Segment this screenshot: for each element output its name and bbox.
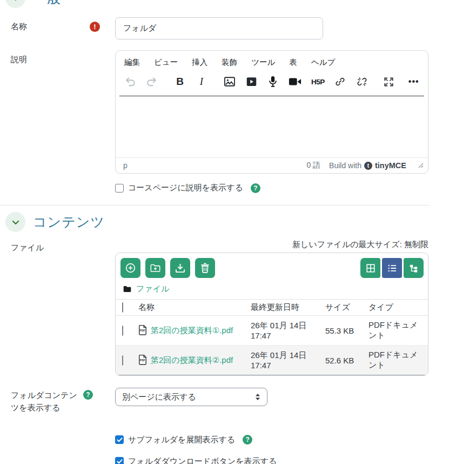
- file-size: 52.6 KB: [322, 346, 365, 375]
- expand-subfolders-label: サブフォルダを展開表示する: [128, 435, 235, 445]
- italic-icon[interactable]: I: [193, 73, 210, 90]
- add-file-icon: [125, 263, 136, 273]
- file-table-header-row: 名称 最終更新日時 サイズ タイプ: [116, 300, 428, 316]
- view-list-button[interactable]: [382, 258, 402, 278]
- name-label-cell: 名称 !: [0, 17, 115, 32]
- editor-content-area[interactable]: [116, 96, 428, 157]
- help-icon[interactable]: ?: [251, 183, 260, 193]
- grid-view-icon: [366, 263, 376, 273]
- tinymce-branding: Build with t tinyMCE: [329, 161, 406, 170]
- section-divider: [0, 205, 430, 206]
- section-general-header[interactable]: 一般: [0, 0, 430, 10]
- name-input[interactable]: [115, 17, 323, 39]
- show-download-button-label: フォルダダウンロードボタンを表示する: [128, 456, 277, 464]
- col-header-type[interactable]: タイプ: [365, 300, 428, 316]
- fullscreen-icon[interactable]: [381, 73, 397, 90]
- show-description-label: コースページに説明を表示する: [128, 183, 243, 193]
- image-icon[interactable]: [222, 73, 238, 90]
- row-checkbox[interactable]: [122, 326, 123, 336]
- more-toolbar-icon[interactable]: •••: [406, 73, 422, 90]
- show-download-button-checkbox[interactable]: [115, 457, 124, 464]
- check-icon: [117, 438, 123, 442]
- menu-help[interactable]: ヘルプ: [311, 57, 336, 68]
- name-label: 名称: [11, 22, 27, 31]
- files-label: ファイル: [11, 243, 44, 252]
- chevron-down-icon: [10, 217, 21, 228]
- file-table: 名称 最終更新日時 サイズ タイプ PDF第2回の授業資料①.pdf 26年 0…: [116, 299, 428, 375]
- svg-text:PDF: PDF: [140, 360, 145, 362]
- tree-view-icon: [409, 264, 419, 273]
- delete-button[interactable]: [195, 258, 215, 278]
- link-icon[interactable]: [332, 73, 348, 90]
- display-contents-select[interactable]: 別ページに表示する: [115, 388, 267, 406]
- collapse-toggle[interactable]: [5, 0, 25, 8]
- editor-statusbar: p 0 語 Build with t tinyMCE: [116, 157, 428, 173]
- table-row: PDF第2回の授業資料①.pdf 26年 01月 14日 17:47 55.3 …: [116, 316, 428, 346]
- svg-text:PDF: PDF: [140, 330, 145, 333]
- editor-toolbar: B I: [116, 71, 428, 96]
- media-icon[interactable]: [243, 73, 259, 90]
- chevron-down-icon: [10, 0, 21, 4]
- file-size: 55.3 KB: [322, 316, 365, 346]
- show-description-checkbox[interactable]: [115, 184, 124, 193]
- create-folder-button[interactable]: [145, 258, 165, 278]
- folder-plus-icon: [150, 263, 160, 273]
- col-header-size[interactable]: サイズ: [322, 300, 365, 316]
- view-tree-button[interactable]: [404, 258, 424, 278]
- file-link[interactable]: PDF第2回の授業資料①.pdf: [138, 326, 233, 335]
- word-count[interactable]: 0 語: [306, 161, 320, 170]
- list-view-icon: [387, 264, 397, 273]
- section-title-general: 一般: [33, 0, 61, 7]
- required-icon: !: [90, 22, 100, 32]
- menu-insert[interactable]: 挿入: [192, 57, 207, 68]
- file-modified: 26年 01月 14日 17:47: [247, 316, 322, 346]
- tinymce-editor: 編集 ビュー 挿入 装飾 ツール 表 ヘルプ: [115, 50, 428, 174]
- folder-settings-form: 一般 名称 ! 説明 編集 ビュー 挿入 装飾 ツール 表 ヘルプ: [0, 0, 430, 464]
- file-modified: 26年 01月 14日 17:47: [247, 346, 322, 375]
- resize-handle-icon[interactable]: [418, 163, 424, 168]
- breadcrumb-files-link[interactable]: ファイル: [136, 284, 169, 294]
- description-label: 説明: [11, 55, 27, 64]
- display-contents-label: フォルダコンテンツを表示する: [11, 389, 79, 414]
- section-title-contents: コンテンツ: [33, 213, 105, 231]
- help-icon[interactable]: ?: [83, 390, 93, 400]
- section-contents-header[interactable]: コンテンツ: [0, 210, 430, 234]
- file-manager-toolbar: [116, 253, 428, 282]
- add-file-button[interactable]: [120, 258, 140, 278]
- record-audio-icon[interactable]: [265, 73, 281, 90]
- redo-icon[interactable]: [144, 73, 160, 90]
- editor-menubar: 編集 ビュー 挿入 装飾 ツール 表 ヘルプ: [116, 51, 428, 71]
- select-all-checkbox[interactable]: [122, 302, 123, 313]
- element-path[interactable]: p: [123, 161, 306, 170]
- row-checkbox[interactable]: [122, 355, 123, 366]
- col-header-name[interactable]: 名称: [135, 300, 247, 316]
- breadcrumb: ファイル: [116, 282, 428, 299]
- file-link[interactable]: PDF第2回の授業資料②.pdf: [138, 355, 233, 364]
- max-file-size-text: 新しいファイルの最大サイズ: 無制限: [115, 238, 428, 250]
- undo-icon[interactable]: [122, 73, 138, 90]
- file-type: PDFドキュメント: [365, 316, 428, 346]
- download-all-button[interactable]: [170, 258, 190, 278]
- menu-tools[interactable]: ツール: [251, 57, 275, 68]
- download-icon: [175, 263, 185, 273]
- h5p-icon[interactable]: H5P: [309, 73, 327, 90]
- collapse-toggle[interactable]: [5, 212, 25, 232]
- record-video-icon[interactable]: [286, 73, 304, 90]
- unlink-icon[interactable]: [354, 73, 370, 90]
- view-grid-button[interactable]: [360, 258, 380, 278]
- col-header-modified[interactable]: 最終更新日時: [247, 300, 322, 316]
- pdf-file-icon: PDF: [138, 355, 147, 365]
- menu-format[interactable]: 装飾: [222, 57, 237, 68]
- expand-subfolders-checkbox[interactable]: [115, 435, 124, 444]
- check-icon: [117, 459, 123, 464]
- folder-icon: [123, 286, 131, 293]
- tinymce-logo-icon: t: [364, 162, 372, 170]
- file-manager: ファイル 名称 最終更新日時 サイズ タイプ PDF第2回の授業資料①.pdf: [115, 253, 428, 376]
- menu-table[interactable]: 表: [289, 57, 297, 68]
- menu-edit[interactable]: 編集: [124, 57, 140, 68]
- trash-icon: [200, 263, 210, 273]
- bold-icon[interactable]: B: [172, 73, 188, 90]
- pdf-file-icon: PDF: [138, 325, 147, 335]
- help-icon[interactable]: ?: [243, 435, 252, 445]
- menu-view[interactable]: ビュー: [154, 57, 178, 68]
